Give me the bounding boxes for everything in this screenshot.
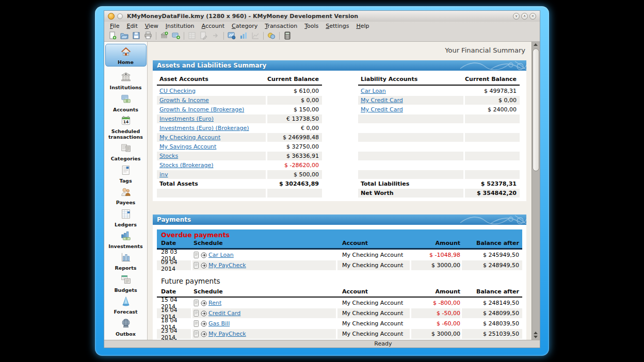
menu-account[interactable]: Account <box>199 23 228 29</box>
menu-file[interactable]: File <box>107 23 122 29</box>
toolbar-separator <box>184 32 184 40</box>
ledgers-icon <box>120 208 132 222</box>
asset-account-link[interactable]: Growth & Income (Brokerage) <box>159 106 244 113</box>
asset-account-row: inv$ 500,00 <box>157 170 322 179</box>
empty-row <box>157 189 322 198</box>
maximize-button[interactable]: ∧ <box>521 13 528 20</box>
edit-schedule-icon[interactable] <box>194 300 199 306</box>
sidebar-item-outbox[interactable]: Outbox <box>105 318 147 337</box>
accounts-report-icon[interactable] <box>227 30 237 41</box>
empty-row <box>358 114 520 123</box>
sidebar-item-home[interactable]: Home <box>105 44 147 67</box>
sidebar-item-categories[interactable]: Categories <box>105 142 147 161</box>
asset-account-link[interactable]: My Checking Account <box>159 134 220 141</box>
sidebar-item-scheduled-transactions[interactable]: 14Scheduled transactions <box>105 115 147 140</box>
currency-icon[interactable] <box>266 30 277 41</box>
balance-cell: $ -28620,00 <box>267 161 322 170</box>
edit-schedule-icon[interactable] <box>194 320 199 327</box>
edit-schedule-icon[interactable] <box>194 331 199 337</box>
calculator-icon[interactable] <box>282 30 293 41</box>
amount-value: $ -50,00 <box>437 310 460 317</box>
open-file-icon[interactable] <box>119 30 130 41</box>
sidebar-item-label: Payees <box>116 200 136 205</box>
enter-schedule-icon[interactable] <box>201 252 207 258</box>
schedule-link[interactable]: Gas Bill <box>208 320 230 327</box>
liability-account-row: My Credit Card$ 2400,00 <box>358 105 520 114</box>
enter-schedule-icon[interactable] <box>201 262 207 269</box>
total-assets-row: Total Assets$ 302463,89 <box>157 179 322 188</box>
sidebar-item-budgets[interactable]: Budgets <box>105 274 147 293</box>
asset-account-link[interactable]: My Savings Account <box>159 143 216 150</box>
enter-schedule-icon[interactable] <box>201 331 207 337</box>
edit-schedule-icon[interactable] <box>194 262 199 269</box>
asset-account-link[interactable]: Investments (Euro) <box>159 116 214 122</box>
asset-account-link[interactable]: Investments (Euro) (Brokerage) <box>159 125 249 131</box>
menu-settings[interactable]: Settings <box>323 23 352 29</box>
column-header-balance-after: Balance after <box>462 240 522 246</box>
liability-account-link[interactable]: My Credit Card <box>361 106 403 113</box>
payment-row: 15 04 2014RentMy Checking Account$ -800,… <box>157 298 522 308</box>
vertical-scrollbar[interactable] <box>532 42 540 340</box>
scrollbar-thumb[interactable] <box>533 48 539 171</box>
asset-account-link[interactable]: CU Checking <box>159 88 196 94</box>
schedule-link[interactable]: My PayCheck <box>208 331 246 337</box>
close-button[interactable]: × <box>529 13 536 20</box>
window-menu-icon[interactable] <box>117 13 123 19</box>
edit-schedule-icon[interactable] <box>194 310 199 317</box>
sidebar-item-reports[interactable]: Reports <box>105 252 147 271</box>
menu-edit[interactable]: Edit <box>123 23 140 29</box>
balance-value: € 0,00 <box>301 125 319 131</box>
sidebar-item-tags[interactable]: Tags <box>105 164 147 184</box>
scroll-down-icon[interactable] <box>534 336 538 338</box>
asset-account-link[interactable]: Growth & Income <box>159 97 209 104</box>
titlebar[interactable]: KMyMoneyDataFile.kmy (1280 x 960) - KMyM… <box>104 11 540 22</box>
schedule-link[interactable]: Credit Card <box>208 310 240 317</box>
menu-institution[interactable]: Institution <box>163 23 198 29</box>
edit-schedule-icon[interactable] <box>194 252 199 258</box>
sidebar-item-forecast[interactable]: Forecast <box>105 295 147 315</box>
liability-account-link[interactable]: Car Loan <box>361 88 386 94</box>
account-name-cell: Stocks <box>157 152 266 160</box>
balance-cell <box>465 142 520 151</box>
scroll-up-icon[interactable] <box>534 332 538 334</box>
schedule-link[interactable]: My PayCheck <box>208 262 246 269</box>
menu-transaction[interactable]: Transaction <box>262 23 300 29</box>
print-icon[interactable] <box>143 30 153 41</box>
sidebar-item-investments[interactable]: Investments <box>105 230 147 249</box>
payment-schedule-cell: Gas Bill <box>192 319 336 328</box>
kmymoney-window: KMyMoneyDataFile.kmy (1280 x 960) - KMyM… <box>104 11 540 348</box>
enter-schedule-icon[interactable] <box>201 321 207 327</box>
schedule-link[interactable]: Car Loan <box>208 252 234 258</box>
payment-schedule-cell: Rent <box>192 298 336 308</box>
menu-tools[interactable]: Tools <box>301 23 321 29</box>
schedule-link[interactable]: Rent <box>208 300 221 306</box>
account-name-cell: My Checking Account <box>157 133 266 142</box>
menu-category[interactable]: Category <box>229 23 261 29</box>
column-header-date: Date <box>157 288 191 295</box>
new-account-icon[interactable] <box>171 30 181 41</box>
liability-account-link[interactable]: My Credit Card <box>361 97 403 104</box>
view-sidebar: HomeInstitutionsAccounts14Scheduled tran… <box>104 42 148 340</box>
sidebar-item-ledgers[interactable]: Ledgers <box>105 208 147 227</box>
liability-account-row: Car Loan$ 49978,31 <box>358 87 520 95</box>
investments-chart-icon[interactable] <box>238 30 249 41</box>
sidebar-item-accounts[interactable]: Accounts <box>105 93 147 112</box>
sidebar-item-institutions[interactable]: Institutions <box>105 71 147 90</box>
asset-account-link[interactable]: Stocks (Brokerage) <box>159 162 214 169</box>
enter-schedule-icon[interactable] <box>201 300 207 306</box>
save-icon[interactable] <box>131 30 141 41</box>
new-institution-icon[interactable] <box>159 30 169 41</box>
menu-help[interactable]: Help <box>353 23 372 29</box>
scroll-up-icon[interactable] <box>534 43 538 46</box>
sidebar-item-label: Home <box>118 60 134 65</box>
asset-account-link[interactable]: inv <box>159 171 168 178</box>
account-name-cell: Stocks (Brokerage) <box>157 161 266 170</box>
enter-schedule-icon <box>211 30 221 41</box>
sidebar-item-payees[interactable]: Payees <box>105 186 147 205</box>
balance-value: $ -28620,00 <box>284 162 319 169</box>
new-file-icon[interactable] <box>107 30 118 41</box>
menu-view[interactable]: View <box>142 23 162 29</box>
minimize-button[interactable]: ∨ <box>513 13 520 20</box>
enter-schedule-icon[interactable] <box>201 310 207 317</box>
asset-account-link[interactable]: Stocks <box>159 153 178 159</box>
